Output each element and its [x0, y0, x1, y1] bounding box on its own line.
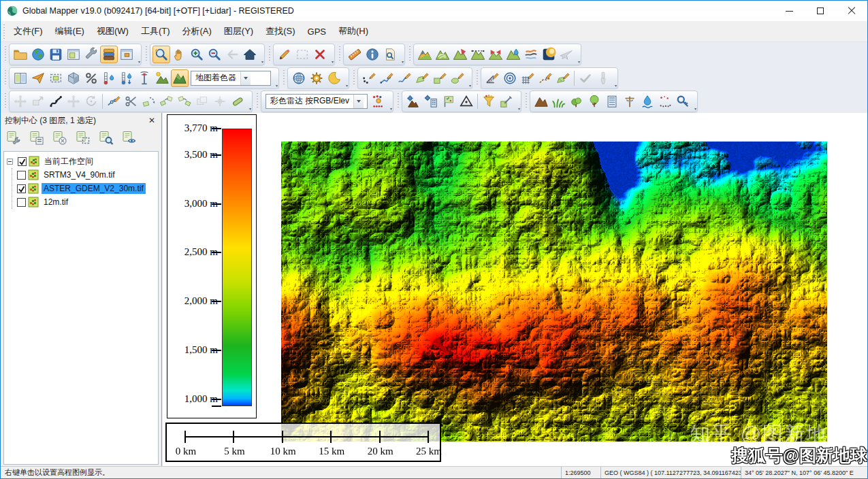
- menu-item-5[interactable]: 分析(A): [176, 22, 218, 40]
- maximize-button[interactable]: [805, 1, 836, 21]
- menu-item-3[interactable]: 视图(W): [91, 22, 135, 40]
- edit-vertices-icon[interactable]: [47, 93, 65, 110]
- toolbar-grip[interactable]: [408, 46, 412, 62]
- generate-contours-icon[interactable]: [434, 46, 451, 63]
- open-file-icon[interactable]: [12, 46, 29, 63]
- previous-view-icon[interactable]: [223, 46, 241, 63]
- toolbar-grip[interactable]: [4, 70, 7, 86]
- eraser-icon[interactable]: [229, 93, 246, 110]
- share-map-icon[interactable]: [29, 69, 47, 87]
- class-high-vegetation-icon[interactable]: [585, 93, 603, 110]
- layer-label[interactable]: 12m.tif: [42, 197, 70, 208]
- create-freehand-icon[interactable]: [396, 69, 413, 87]
- toolbar-options-icon[interactable]: ▾: [402, 60, 404, 65]
- toolbar-grip[interactable]: [4, 46, 7, 62]
- layer-checkbox[interactable]: [17, 198, 26, 207]
- elevation-legend[interactable]: 3,770 m3,500 m3,000 m2,500 m2,000 m1,500…: [167, 114, 257, 418]
- map-canvas[interactable]: [281, 142, 827, 442]
- toolbar-options-icon[interactable]: ▾: [276, 84, 278, 88]
- measure-tool-icon[interactable]: [346, 46, 364, 63]
- class-water-icon[interactable]: [639, 93, 656, 110]
- cut-and-fill-icon[interactable]: [487, 46, 504, 63]
- toolbar-options-icon[interactable]: ▾: [615, 84, 617, 88]
- insert-vertex-icon[interactable]: [105, 93, 123, 110]
- class-medium-vegetation-icon[interactable]: [568, 93, 585, 110]
- create-area-icon[interactable]: [413, 69, 431, 87]
- gps-antenna-icon[interactable]: [135, 69, 153, 87]
- download-online-data-icon[interactable]: [29, 46, 47, 63]
- raster-options-icon[interactable]: [540, 46, 558, 63]
- toolbar-grip[interactable]: [338, 46, 342, 62]
- close-button[interactable]: [836, 1, 867, 21]
- close-layer-button[interactable]: [50, 129, 70, 147]
- move-selected-icon[interactable]: [29, 93, 47, 110]
- full-extent-icon[interactable]: [241, 46, 259, 63]
- toolbar-grip[interactable]: [397, 93, 400, 109]
- create-ellipse-icon[interactable]: [449, 69, 466, 87]
- split-view-icon[interactable]: [12, 69, 29, 87]
- layer-tree-item-3[interactable]: 12m.tif: [15, 195, 157, 209]
- classify-selection-icon[interactable]: [440, 93, 457, 110]
- view-shed-icon[interactable]: [451, 46, 469, 63]
- transparency-icon[interactable]: [82, 69, 100, 87]
- toolbar-options-icon[interactable]: ▾: [346, 84, 348, 88]
- menu-item-4[interactable]: 工具(T): [135, 22, 176, 40]
- layer-checkbox[interactable]: [17, 171, 26, 180]
- class-powerline-icon[interactable]: [621, 93, 639, 110]
- toolbar-grip[interactable]: [476, 70, 479, 86]
- terrain-layers-icon[interactable]: [522, 46, 540, 63]
- toolbar-options-icon[interactable]: ▾: [518, 107, 520, 112]
- menubar-grip[interactable]: [3, 24, 6, 39]
- toolbar-grip[interactable]: [4, 93, 7, 109]
- layer-options-button[interactable]: [3, 129, 24, 147]
- layer-checkbox[interactable]: [17, 184, 26, 193]
- rotate-feature-icon[interactable]: [82, 93, 100, 110]
- save-workspace-icon[interactable]: [47, 46, 65, 63]
- snap-vertex-icon[interactable]: [211, 93, 229, 110]
- pan-tool-icon[interactable]: [170, 46, 188, 63]
- zoom-out-icon[interactable]: [206, 46, 223, 63]
- layer-tree-item-1[interactable]: SRTM3_V4_90m.tif: [15, 168, 157, 182]
- control-center-icon[interactable]: [100, 46, 118, 63]
- toolbar-grip[interactable]: [283, 70, 286, 86]
- layer-tree-root[interactable]: 当前工作空间: [5, 154, 157, 168]
- search-features-icon[interactable]: [381, 46, 399, 63]
- night-mode-icon[interactable]: [325, 69, 343, 87]
- zoom-tool-icon[interactable]: [152, 46, 170, 63]
- menu-item-8[interactable]: GPS: [302, 24, 332, 39]
- copy-features-icon[interactable]: [193, 93, 211, 110]
- split-feature-icon[interactable]: [123, 93, 140, 110]
- triangulate-points-icon[interactable]: [457, 93, 475, 110]
- lidar-settings-icon[interactable]: [370, 93, 387, 110]
- daylight-shader-icon[interactable]: [153, 69, 171, 87]
- toolbar-options-icon[interactable]: ▾: [390, 107, 392, 112]
- layer-label[interactable]: ASTER_GDEM_V2_30m.tif: [42, 183, 146, 194]
- toolbar-options-icon[interactable]: ▾: [578, 60, 580, 65]
- toolbar-grip[interactable]: [525, 93, 528, 109]
- select-layer-button[interactable]: [73, 129, 93, 147]
- panel-close-icon[interactable]: ✕: [146, 116, 157, 125]
- clear-selection-icon[interactable]: [311, 46, 329, 63]
- toolbar-grip[interactable]: [256, 93, 259, 109]
- view-3d-icon[interactable]: [65, 69, 82, 87]
- watershed-icon[interactable]: [504, 46, 522, 63]
- fly-through-icon[interactable]: [558, 46, 575, 63]
- style-brush-icon[interactable]: [594, 69, 612, 87]
- chevron-down-icon[interactable]: [240, 71, 251, 85]
- map-layout-icon[interactable]: [65, 46, 82, 63]
- layer-checkbox[interactable]: [18, 157, 27, 166]
- menu-item-2[interactable]: 编辑(E): [49, 22, 91, 40]
- layer-label[interactable]: SRTM3_V4_90m.tif: [42, 169, 117, 180]
- configuration-icon[interactable]: [82, 46, 100, 63]
- range-rings-icon[interactable]: [501, 69, 519, 87]
- class-noise-icon[interactable]: [656, 93, 674, 110]
- measure-angle-icon[interactable]: X°: [483, 69, 501, 87]
- toolbar-options-icon[interactable]: ▾: [694, 107, 696, 112]
- map-shader-combo[interactable]: 地图着色器: [191, 71, 271, 86]
- minimize-button[interactable]: [773, 1, 805, 21]
- water-rise-icon[interactable]: [100, 69, 118, 87]
- chevron-down-icon[interactable]: [353, 95, 364, 108]
- toolbar-options-icon[interactable]: ▾: [469, 84, 471, 88]
- crop-collar-icon[interactable]: [47, 69, 65, 87]
- digitizer-tool-icon[interactable]: [276, 46, 293, 63]
